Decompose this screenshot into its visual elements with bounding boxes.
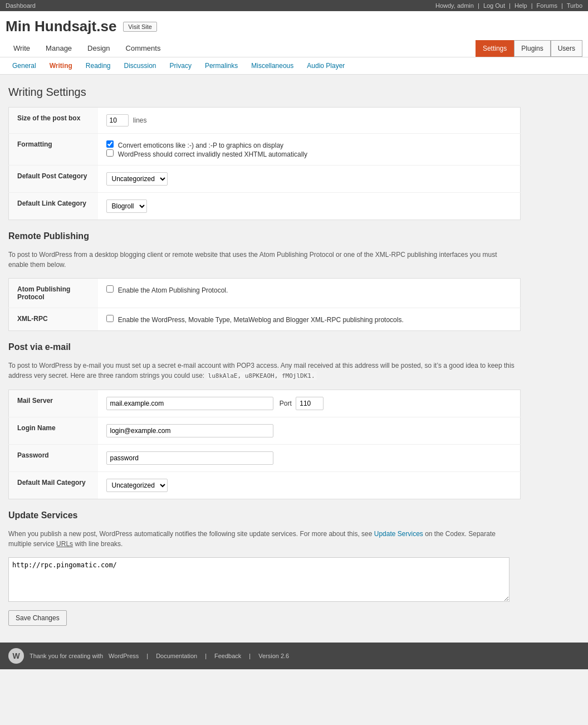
login-name-input[interactable] [106, 424, 273, 437]
admin-user-link[interactable]: admin [457, 2, 474, 9]
update-services-description: When you publish a new post, WordPress a… [8, 529, 515, 549]
formatting-row: Formatting Convert emoticons like :-) an… [9, 134, 521, 166]
login-name-value-cell [98, 417, 521, 444]
sub-nav: General Writing Reading Discussion Priva… [0, 57, 588, 75]
default-mail-category-row: Default Mail Category Uncategorized [9, 471, 521, 499]
password-value-cell [98, 444, 521, 471]
formatting-option-2: WordPress should correct invalidly neste… [106, 149, 512, 158]
subnav-writing[interactable]: Writing [43, 57, 79, 74]
xhtml-label: WordPress should correct invalidly neste… [118, 150, 307, 158]
formatting-label: Formatting [9, 134, 98, 166]
subnav-audio-player[interactable]: Audio Player [300, 57, 351, 74]
subnav-privacy[interactable]: Privacy [163, 57, 198, 74]
help-link[interactable]: Help [514, 2, 527, 9]
post-via-email-heading: Post via e-mail [8, 342, 515, 355]
footer: W Thank you for creating with WordPress … [0, 643, 588, 669]
default-link-category-select[interactable]: Blogroll [106, 200, 147, 213]
footer-thank-you: Thank you for creating with [30, 653, 103, 659]
log-out-link[interactable]: Log Out [483, 2, 505, 9]
tab-plugins[interactable]: Plugins [514, 40, 550, 57]
wordpress-logo: W [8, 648, 24, 664]
update-services-heading: Update Services [8, 510, 515, 523]
post-box-unit: lines [133, 116, 147, 124]
nav-manage[interactable]: Manage [38, 40, 80, 57]
emoticons-checkbox[interactable] [106, 140, 114, 148]
tab-users[interactable]: Users [551, 40, 582, 57]
port-input[interactable] [296, 397, 324, 410]
forums-link[interactable]: Forums [537, 2, 557, 9]
visit-site-button[interactable]: Visit Site [123, 22, 157, 32]
dashboard-link[interactable]: Dashboard [6, 2, 36, 9]
default-link-category-row: Default Link Category Blogroll [9, 193, 521, 220]
footer-feedback-link[interactable]: Feedback [214, 653, 241, 659]
mail-server-label: Mail Server [9, 390, 98, 417]
default-link-category-value-cell: Blogroll [98, 193, 521, 220]
admin-bar: Dashboard Howdy, admin | Log Out | Help … [0, 0, 588, 11]
subnav-general[interactable]: General [6, 57, 43, 74]
header: Min Hundsajt.se Visit Site Write Manage … [0, 11, 588, 57]
remote-publishing-table: Atom Publishing Protocol Enable the Atom… [8, 278, 521, 331]
default-link-category-label: Default Link Category [9, 193, 98, 220]
login-name-label: Login Name [9, 417, 98, 444]
mail-server-row: Mail Server Port [9, 390, 521, 417]
admin-bar-right: Howdy, admin | Log Out | Help | Forums |… [435, 2, 582, 9]
xmlrpc-value-cell: Enable the WordPress, Movable Type, Meta… [98, 308, 521, 331]
update-services-link[interactable]: Update Services [374, 530, 423, 538]
formatting-value-cell: Convert emoticons like :-) and :-P to gr… [98, 134, 521, 166]
main-nav-right-tabs: Settings Plugins Users [476, 40, 582, 57]
site-title-row: Min Hundsajt.se Visit Site [6, 11, 582, 40]
random-strings: lu8kAlaE, u8PKEAOH, fMOjlDK1. [207, 372, 317, 380]
xmlrpc-checkbox-label: Enable the WordPress, Movable Type, Meta… [118, 316, 404, 324]
update-services-desc-1: When you publish a new post, WordPress a… [8, 530, 372, 538]
footer-version: Version 2.6 [258, 653, 289, 659]
password-label: Password [9, 444, 98, 471]
page-title: Writing Settings [8, 86, 515, 99]
tab-settings[interactable]: Settings [476, 40, 514, 57]
nav-comments[interactable]: Comments [118, 40, 169, 57]
nav-write[interactable]: Write [6, 40, 38, 57]
port-label: Port [280, 400, 292, 407]
password-input[interactable] [106, 451, 273, 465]
default-mail-category-select[interactable]: Uncategorized [106, 479, 168, 492]
save-changes-button[interactable]: Save Changes [8, 610, 67, 626]
update-services-textarea[interactable]: http://rpc.pingomatic.com/ [8, 557, 509, 602]
footer-wordpress-link[interactable]: WordPress [109, 653, 139, 659]
formatting-option-1: Convert emoticons like :-) and :-P to gr… [106, 140, 512, 149]
main-nav: Write Manage Design Comments Settings Pl… [6, 40, 582, 57]
page-content: Writing Settings Size of the post box li… [0, 75, 523, 631]
post-box-row: Size of the post box lines [9, 108, 521, 134]
default-post-category-label: Default Post Category [9, 166, 98, 193]
subnav-discussion[interactable]: Discussion [117, 57, 163, 74]
default-post-category-select[interactable]: Uncategorized [106, 172, 168, 186]
post-box-input[interactable] [106, 114, 129, 126]
turbo-link[interactable]: Turbo [567, 2, 582, 9]
password-row: Password [9, 444, 521, 471]
subnav-permalinks[interactable]: Permalinks [198, 57, 244, 74]
default-mail-category-value-cell: Uncategorized [98, 471, 521, 499]
xmlrpc-checkbox[interactable] [106, 315, 114, 322]
atom-label: Atom Publishing Protocol [9, 279, 98, 308]
post-box-label: Size of the post box [9, 108, 98, 134]
howdy-text: Howdy, [435, 2, 455, 9]
xmlrpc-row: XML-RPC Enable the WordPress, Movable Ty… [9, 308, 521, 331]
xhtml-checkbox[interactable] [106, 149, 114, 157]
remote-publishing-heading: Remote Publishing [8, 231, 515, 244]
post-via-email-table: Mail Server Port Login Name Password Def… [8, 390, 521, 499]
mail-server-input[interactable] [106, 397, 273, 410]
default-post-category-row: Default Post Category Uncategorized [9, 166, 521, 193]
urls-text: URLs [56, 540, 73, 548]
subnav-miscellaneous[interactable]: Miscellaneous [244, 57, 300, 74]
footer-documentation-link[interactable]: Documentation [156, 653, 197, 659]
nav-design[interactable]: Design [80, 40, 117, 57]
xmlrpc-label: XML-RPC [9, 308, 98, 331]
default-post-category-value-cell: Uncategorized [98, 166, 521, 193]
site-title: Min Hundsajt.se [6, 18, 116, 35]
atom-checkbox-label: Enable the Atom Publishing Protocol. [118, 286, 228, 294]
default-mail-category-label: Default Mail Category [9, 471, 98, 499]
subnav-reading[interactable]: Reading [79, 57, 117, 74]
post-box-value-cell: lines [98, 108, 521, 134]
atom-row: Atom Publishing Protocol Enable the Atom… [9, 279, 521, 308]
mail-server-value-cell: Port [98, 390, 521, 417]
login-name-row: Login Name [9, 417, 521, 444]
atom-checkbox[interactable] [106, 285, 114, 293]
